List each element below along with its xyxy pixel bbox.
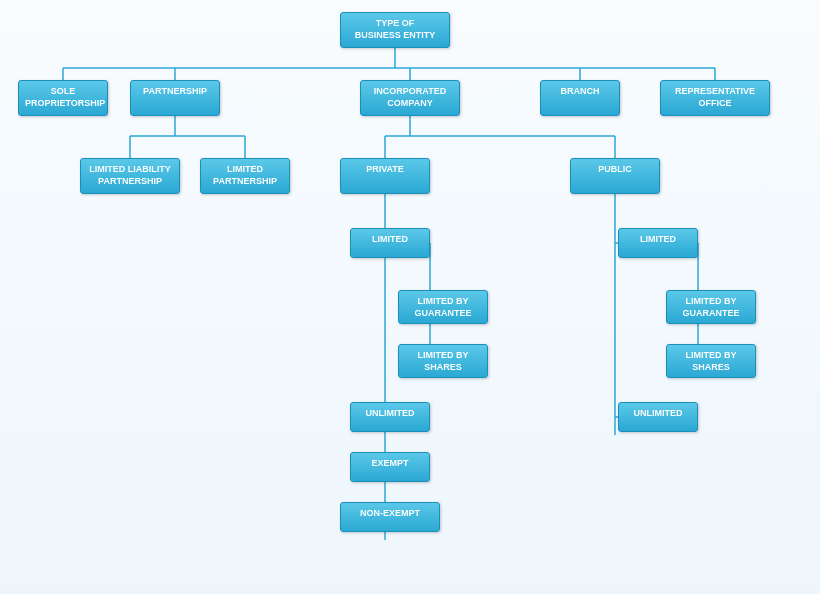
node-pub-ltd-guarantee: LIMITED BY GUARANTEE: [666, 290, 756, 324]
node-priv-limited: LIMITED: [350, 228, 430, 258]
node-pub-ltd-shares: LIMITED BY SHARES: [666, 344, 756, 378]
node-incorporated: INCORPORATED COMPANY: [360, 80, 460, 116]
node-pub-unlimited: UNLIMITED: [618, 402, 698, 432]
node-partnership: PARTNERSHIP: [130, 80, 220, 116]
node-representative: REPRESENTATIVE OFFICE: [660, 80, 770, 116]
node-non-exempt: NON-EXEMPT: [340, 502, 440, 532]
node-priv-ltd-guarantee: LIMITED BY GUARANTEE: [398, 290, 488, 324]
node-priv-unlimited: UNLIMITED: [350, 402, 430, 432]
node-private: PRIVATE: [340, 158, 430, 194]
node-exempt: EXEMPT: [350, 452, 430, 482]
node-public: PUBLIC: [570, 158, 660, 194]
node-priv-ltd-shares: LIMITED BY SHARES: [398, 344, 488, 378]
node-pub-limited: LIMITED: [618, 228, 698, 258]
diagram-container: TYPE OF BUSINESS ENTITY SOLE PROPRIETORS…: [0, 0, 820, 594]
node-root: TYPE OF BUSINESS ENTITY: [340, 12, 450, 48]
node-llp: LIMITED LIABILITY PARTNERSHIP: [80, 158, 180, 194]
node-branch: BRANCH: [540, 80, 620, 116]
node-limited-partner: LIMITED PARTNERSHIP: [200, 158, 290, 194]
node-sole: SOLE PROPRIETORSHIP: [18, 80, 108, 116]
